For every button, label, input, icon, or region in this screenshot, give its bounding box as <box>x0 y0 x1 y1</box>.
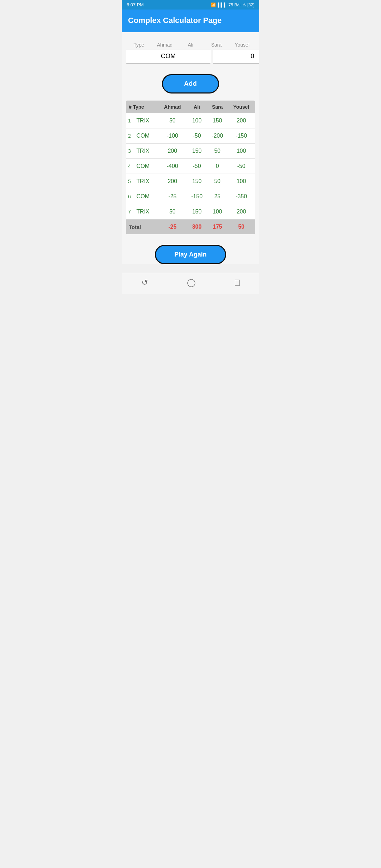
battery-icon: ⚠ [32] <box>242 2 254 7</box>
label-type: Type <box>126 42 152 48</box>
row-ahmad: 50 <box>158 113 187 128</box>
row-sara: -200 <box>207 128 228 144</box>
row-ahmad: 200 <box>158 174 187 189</box>
row-sara: 100 <box>207 204 228 219</box>
type-input[interactable] <box>126 50 211 64</box>
row-num: 7 <box>126 204 135 219</box>
table-header-row: # Type Ahmad Ali Sara Yousef <box>126 101 255 113</box>
row-num: 2 <box>126 128 135 144</box>
row-ahmad: -400 <box>158 159 187 174</box>
total-ahmad: -25 <box>158 219 187 235</box>
row-yousef: 100 <box>228 144 255 159</box>
row-type: COM <box>135 189 158 204</box>
label-ahmad: Ahmad <box>152 42 177 48</box>
total-label: Total <box>126 219 158 235</box>
row-num: 3 <box>126 144 135 159</box>
total-ali: 300 <box>187 219 207 235</box>
table-row: 2 COM -100 -50 -200 -150 <box>126 128 255 144</box>
nav-home-icon[interactable]: ◯ <box>187 278 196 287</box>
status-bar: 6:07 PM 📶 ▌▌▌ 75 B/s ⚠ [32] <box>122 0 259 10</box>
col-header-type: # Type <box>126 101 158 113</box>
row-num: 1 <box>126 113 135 128</box>
table-row: 3 TRIX 200 150 50 100 <box>126 144 255 159</box>
row-sara: 50 <box>207 174 228 189</box>
col-header-ali: Ali <box>187 101 207 113</box>
row-type: TRIX <box>135 204 158 219</box>
data-table-container: # Type Ahmad Ali Sara Yousef 1 TRIX 50 1… <box>126 101 255 234</box>
row-ali: -50 <box>187 128 207 144</box>
row-type: TRIX <box>135 113 158 128</box>
status-time: 6:07 PM <box>127 2 144 7</box>
page-title: Complex Calculator Page <box>128 16 253 25</box>
row-ali: 150 <box>187 204 207 219</box>
label-yousef: Yousef <box>229 42 255 48</box>
row-ali: 100 <box>187 113 207 128</box>
input-section: Type Ahmad Ali Sara Yousef <box>126 38 255 69</box>
row-ali: -50 <box>187 159 207 174</box>
row-type: COM <box>135 128 158 144</box>
signal-icon: ▌▌▌ <box>218 2 227 7</box>
add-button-container: Add <box>126 74 255 94</box>
add-button[interactable]: Add <box>162 74 219 94</box>
play-again-container: Play Again <box>126 245 255 264</box>
table-row: 5 TRIX 200 150 50 100 <box>126 174 255 189</box>
row-yousef: -50 <box>228 159 255 174</box>
row-ali: 150 <box>187 144 207 159</box>
row-yousef: -150 <box>228 128 255 144</box>
ahmad-input[interactable] <box>213 50 259 64</box>
label-sara: Sara <box>204 42 229 48</box>
col-header-yousef: Yousef <box>228 101 255 113</box>
row-num: 4 <box>126 159 135 174</box>
row-ahmad: -25 <box>158 189 187 204</box>
page-header: Complex Calculator Page <box>122 10 259 32</box>
play-again-button[interactable]: Play Again <box>155 245 226 264</box>
data-table: # Type Ahmad Ali Sara Yousef 1 TRIX 50 1… <box>126 101 255 234</box>
input-labels: Type Ahmad Ali Sara Yousef <box>126 42 255 48</box>
row-sara: 0 <box>207 159 228 174</box>
table-row: 6 COM -25 -150 25 -350 <box>126 189 255 204</box>
nav-recent-icon[interactable]: ⎕ <box>235 278 240 287</box>
row-ali: 150 <box>187 174 207 189</box>
nav-back-icon[interactable]: ↺ <box>141 278 148 287</box>
row-ahmad: -100 <box>158 128 187 144</box>
row-sara: 25 <box>207 189 228 204</box>
row-type: COM <box>135 159 158 174</box>
table-row: 1 TRIX 50 100 150 200 <box>126 113 255 128</box>
row-ahmad: 50 <box>158 204 187 219</box>
status-icons: 📶 ▌▌▌ 75 B/s ⚠ [32] <box>211 2 254 7</box>
total-row: Total -25 300 175 50 <box>126 219 255 235</box>
row-yousef: 100 <box>228 174 255 189</box>
label-ali: Ali <box>177 42 203 48</box>
total-sara: 175 <box>207 219 228 235</box>
speed-indicator: 75 B/s <box>229 2 241 7</box>
total-yousef: 50 <box>228 219 255 235</box>
row-sara: 150 <box>207 113 228 128</box>
table-row: 4 COM -400 -50 0 -50 <box>126 159 255 174</box>
table-row: 7 TRIX 50 150 100 200 <box>126 204 255 219</box>
wifi-icon: 📶 <box>211 2 216 7</box>
row-type: TRIX <box>135 174 158 189</box>
row-yousef: 200 <box>228 113 255 128</box>
row-yousef: 200 <box>228 204 255 219</box>
row-type: TRIX <box>135 144 158 159</box>
row-ahmad: 200 <box>158 144 187 159</box>
row-num: 5 <box>126 174 135 189</box>
row-sara: 50 <box>207 144 228 159</box>
row-num: 6 <box>126 189 135 204</box>
input-row <box>126 50 255 64</box>
col-header-ahmad: Ahmad <box>158 101 187 113</box>
row-yousef: -350 <box>228 189 255 204</box>
col-header-sara: Sara <box>207 101 228 113</box>
main-content: Type Ahmad Ali Sara Yousef Add # Type Ah… <box>122 32 259 264</box>
bottom-navigation: ↺ ◯ ⎕ <box>122 273 259 294</box>
row-ali: -150 <box>187 189 207 204</box>
